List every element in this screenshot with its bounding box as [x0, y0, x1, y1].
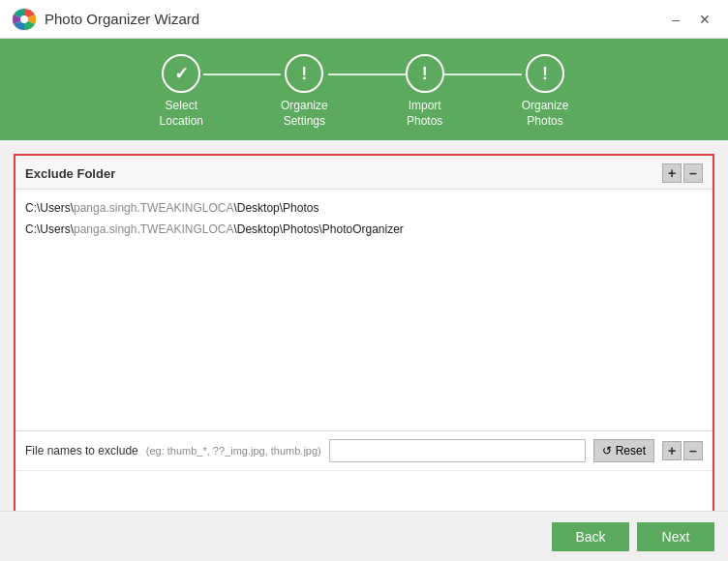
folder-prefix-1: C:\Users\: [25, 201, 74, 215]
file-exclude-label: File names to exclude: [25, 444, 138, 458]
add-folder-button[interactable]: +: [662, 163, 682, 183]
reset-button[interactable]: ↺ Reset: [593, 439, 654, 462]
remove-folder-button[interactable]: –: [683, 163, 703, 183]
exclude-folder-buttons: + –: [662, 163, 703, 183]
main-area: Exclude Folder + – C:\Users\panga.singh.…: [0, 140, 728, 561]
content-panel: Exclude Folder + – C:\Users\panga.singh.…: [14, 154, 714, 561]
title-controls: – ✕: [666, 10, 716, 29]
close-button[interactable]: ✕: [693, 10, 716, 29]
app-title: Photo Organizer Wizard: [45, 11, 199, 27]
connector-3: [444, 74, 522, 75]
step-organize-settings: ! OrganizeSettings: [281, 54, 328, 129]
reset-label: Reset: [616, 444, 646, 458]
folder-suffix-1: \Desktop\Photos: [233, 201, 318, 215]
connector-2: [328, 74, 406, 75]
file-exclude-input[interactable]: [329, 439, 586, 462]
step-label-import-photos: ImportPhotos: [407, 99, 442, 129]
folder-item-2: C:\Users\panga.singh.TWEAKINGLOCA\Deskto…: [25, 219, 703, 240]
file-exclude-row: File names to exclude (eg: thumb_*, ??_i…: [15, 430, 713, 470]
step-circle-select-location: ✓: [162, 54, 200, 93]
back-button[interactable]: Back: [552, 522, 629, 551]
exclude-folder-header: Exclude Folder + –: [15, 156, 713, 190]
folder-list: C:\Users\panga.singh.TWEAKINGLOCA\Deskto…: [15, 190, 713, 257]
bottom-bar: Back Next: [0, 511, 728, 561]
folder-middle-2: panga.singh.TWEAKINGLOCA: [74, 222, 233, 236]
add-file-exclude-button[interactable]: +: [662, 441, 682, 460]
next-button[interactable]: Next: [637, 522, 714, 551]
minimize-button[interactable]: –: [666, 10, 685, 29]
svg-point-1: [20, 15, 28, 23]
remove-file-exclude-button[interactable]: –: [683, 441, 703, 460]
reset-icon: ↺: [602, 444, 612, 458]
folder-prefix-2: C:\Users\: [25, 222, 74, 236]
title-left: Photo Organizer Wizard: [12, 7, 199, 32]
step-label-select-location: SelectLocation: [160, 99, 203, 129]
connector-1: [203, 74, 281, 75]
folder-suffix-2: \Desktop\Photos\PhotoOrganizer: [233, 222, 403, 236]
step-circle-organize-settings: !: [285, 54, 323, 93]
step-label-organize-settings: OrganizeSettings: [281, 99, 328, 129]
folder-item-1: C:\Users\panga.singh.TWEAKINGLOCA\Deskto…: [25, 197, 703, 219]
file-exclude-buttons: + –: [662, 441, 703, 460]
folder-middle-1: panga.singh.TWEAKINGLOCA: [74, 201, 233, 215]
spacer-1: [15, 257, 713, 430]
step-import-photos: ! ImportPhotos: [406, 54, 444, 129]
file-exclude-hint: (eg: thumb_*, ??_img.jpg, thumb.jpg): [146, 445, 321, 457]
step-circle-organize-photos: !: [526, 54, 564, 93]
step-label-organize-photos: OrganizePhotos: [522, 99, 569, 129]
title-bar: Photo Organizer Wizard – ✕: [0, 0, 728, 39]
step-circle-import-photos: !: [406, 54, 444, 93]
step-organize-photos: ! OrganizePhotos: [522, 54, 569, 129]
step-select-location: ✓ SelectLocation: [160, 54, 203, 129]
app-logo-icon: [12, 7, 37, 32]
exclude-folder-title: Exclude Folder: [25, 166, 115, 181]
stepper-bar: ✓ SelectLocation ! OrganizeSettings ! Im…: [0, 39, 728, 140]
